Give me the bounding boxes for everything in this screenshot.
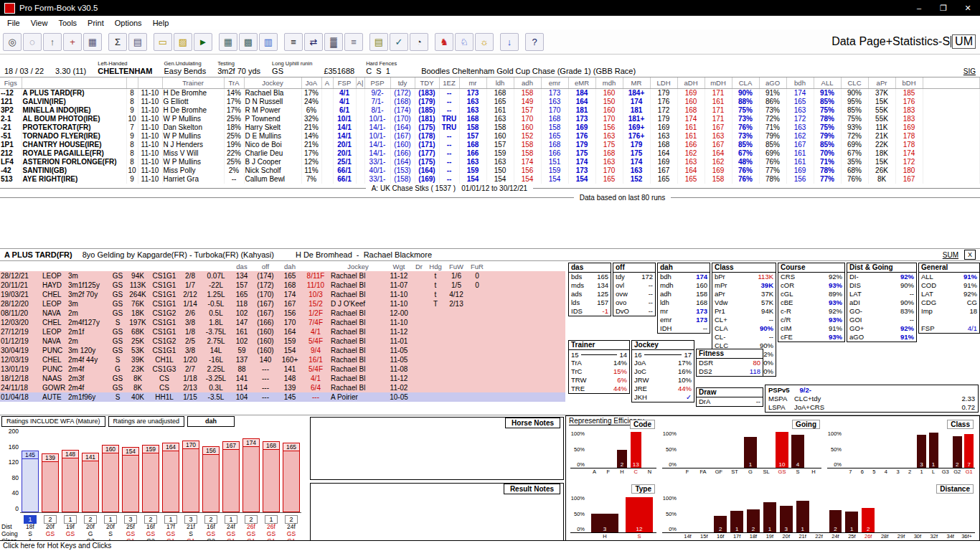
- runner-row[interactable]: 513AYE RIGHT(IRE)911-10Harriet Gra--Call…: [0, 175, 980, 184]
- list-icon[interactable]: ≡: [344, 33, 363, 51]
- help-icon[interactable]: ?: [525, 33, 544, 51]
- form-row[interactable]: 24/11/18GOWR2m4fGS8KCS2/130.3L114---1396…: [0, 383, 565, 392]
- grid-icon[interactable]: ▦: [219, 33, 237, 51]
- scroll-up-icon[interactable]: ↑: [43, 33, 62, 51]
- menu-print[interactable]: Print: [83, 17, 110, 29]
- menu-help[interactable]: Help: [149, 17, 176, 29]
- binoculars-icon[interactable]: ◎: [3, 33, 22, 51]
- sum-page-icon[interactable]: ≡: [284, 33, 303, 51]
- cell: 8: [126, 149, 138, 158]
- form-row[interactable]: 19/03/21CHEL3m2f 70yGS264KCS1G12/121.25L…: [0, 290, 565, 299]
- cell: 170: [541, 106, 568, 115]
- menu-options[interactable]: Options: [110, 17, 149, 29]
- panel-title: das: [569, 263, 611, 273]
- runner-row[interactable]: 1P1CHANTRY HOUSE(IRE)811-10N J Henders19…: [0, 141, 980, 149]
- runner-row[interactable]: 121GALVIN(IRE)811-10G Elliott17%D N Russ…: [0, 98, 980, 106]
- play-icon[interactable]: ►: [194, 33, 212, 51]
- runner-row[interactable]: 212ROYALE PAGAILLE(FR)811-10Miss V Will2…: [0, 149, 980, 158]
- cell: 18K: [868, 149, 895, 158]
- form-row[interactable]: 20/11/21HAYD3m1f125yGS113KCS1G11/7-22L15…: [0, 281, 565, 290]
- sigma-icon[interactable]: Σ: [108, 33, 127, 51]
- close-detail-button[interactable]: X: [964, 250, 976, 260]
- jockey-blue-icon[interactable]: ♘: [455, 33, 473, 51]
- strip-value: S: [181, 530, 201, 537]
- cell: 15K: [868, 158, 895, 166]
- cell: 0: [468, 271, 486, 281]
- sum-link[interactable]: SUM: [943, 251, 958, 259]
- race-attr-value: GS: [272, 67, 312, 75]
- form-row[interactable]: 18/12/18NAAS2m3fGS8KCS1/18-3.25L141---14…: [0, 374, 565, 383]
- lamp-icon[interactable]: ☼: [475, 33, 494, 51]
- timer-icon[interactable]: ◔: [410, 33, 428, 51]
- cell: NAVA: [42, 336, 67, 346]
- form-row[interactable]: 12/03/20CHEL2m4f127yS197KCS1G13/81.8L147…: [0, 318, 565, 327]
- cell: 10/1-: [364, 115, 390, 123]
- open-folder-icon[interactable]: ▨: [174, 33, 192, 51]
- menu-view[interactable]: View: [27, 17, 55, 29]
- cell: 68K: [126, 327, 149, 336]
- cell: 1P1: [0, 141, 22, 149]
- runner-row[interactable]: -51TORNADO FLYER(IRE)911-10W P Mullins25…: [0, 132, 980, 141]
- form-row[interactable]: 08/11/20NAVA2mGS18KCS1G22/60.5L102(167)1…: [0, 309, 565, 318]
- form-row[interactable]: 12/03/19CHEL2m4f 44yS39KCH1L1/20-16L1371…: [0, 355, 565, 364]
- mini-table-icon[interactable]: ▦: [83, 33, 102, 51]
- cell: 170: [595, 115, 623, 123]
- cell: 174: [623, 158, 650, 166]
- cell: Rachael Bla: [244, 89, 301, 98]
- runner-row[interactable]: -42SANTINI(GB)1011-10Miss Polly2%Nick Sc…: [0, 166, 980, 175]
- stat-trw: TRW6%: [569, 376, 629, 385]
- cell: Dan Skelton: [162, 123, 224, 132]
- form-row[interactable]: 28/12/21LEOP3mGS94KCS1G12/80.07L134(174)…: [0, 271, 565, 281]
- chart-icon[interactable]: ▥: [259, 33, 278, 51]
- cell: 8: [126, 141, 138, 149]
- status-bar[interactable]: Click here for Hot Keys and Clicks: [0, 540, 980, 551]
- runner-row[interactable]: LF4ASTERION FORLONGE(FR)811-10W P Mullin…: [0, 158, 980, 166]
- cell: 264K: [126, 290, 149, 299]
- cell: 3/8: [179, 346, 201, 355]
- runner-row[interactable]: --12A PLUS TARD(FR)811-10H De Bromhe14%R…: [0, 89, 980, 98]
- horse-notes-button[interactable]: Horse Notes: [505, 418, 560, 428]
- runner-row[interactable]: 2-1AL BOUM PHOTO(IRE)1011-10W P Mullins2…: [0, 115, 980, 123]
- ratings-button-2[interactable]: dah: [187, 416, 235, 427]
- search-icon[interactable]: ◌: [23, 33, 42, 51]
- notes-icon[interactable]: ▤: [369, 33, 388, 51]
- density-icon[interactable]: ▓: [324, 33, 343, 51]
- strip-value: 26f: [241, 523, 261, 530]
- cell: 8/11F: [301, 271, 330, 281]
- ratings-button-1[interactable]: Ratings are unadjusted: [108, 416, 185, 427]
- grid-alt-icon[interactable]: ▩: [239, 33, 258, 51]
- form-row[interactable]: 27/12/19LEOP2m1fGS68KCS1G11/8-3.75L161(1…: [0, 327, 565, 336]
- cell: 158: [705, 175, 732, 184]
- close-button[interactable]: ✕: [956, 0, 980, 16]
- menu-file[interactable]: File: [3, 17, 27, 29]
- pin-icon[interactable]: +: [63, 33, 82, 51]
- print-setup-icon[interactable]: ▤: [128, 33, 147, 51]
- minimize-button[interactable]: –: [907, 0, 931, 16]
- page-title-suffix[interactable]: UM: [952, 34, 976, 49]
- strip-value: GS: [241, 530, 261, 537]
- form-row[interactable]: 28/12/20LEOP3mGS76KCS1G11/14-0.5L118(167…: [0, 299, 565, 309]
- checklist-icon[interactable]: ✓: [390, 33, 408, 51]
- form-row[interactable]: 01/04/18AUTE2m1f96yS40KHH1L1/15-3.5L104-…: [0, 392, 565, 402]
- ratings-button-0[interactable]: Ratings INCLUDE WFA (Mature): [1, 416, 105, 427]
- sig-link[interactable]: SIG: [963, 67, 976, 75]
- runner-row[interactable]: 3P2MINELLA INDO(IRE)911-10H De Bromhe17%…: [0, 106, 980, 115]
- cell: 156: [786, 175, 814, 184]
- folder-icon[interactable]: ▭: [154, 33, 172, 51]
- download-icon[interactable]: ↓: [500, 33, 519, 51]
- col-header: mDH: [705, 77, 732, 89]
- jockey-red-icon[interactable]: ♞: [435, 33, 453, 51]
- stat-go-: GO-83%: [847, 307, 916, 316]
- result-notes-button[interactable]: Result Notes: [504, 484, 560, 494]
- cell: Rachael Bl: [330, 281, 386, 290]
- form-row[interactable]: 01/12/19NAVA2mGS25KCS1G22/52.75L102(160)…: [0, 336, 565, 346]
- menu-tools[interactable]: Tools: [54, 17, 83, 29]
- bar-25f: 1: [845, 512, 858, 532]
- form-row[interactable]: 13/01/19PUNC2m4fG23KCS1G32/72.25L88---14…: [0, 364, 565, 374]
- maximize-button[interactable]: ❐: [931, 0, 956, 16]
- runner-row[interactable]: -21PROTEKTORAT(FR)711-10Dan Skelton18%Ha…: [0, 123, 980, 132]
- strip-value: 16f: [201, 523, 221, 530]
- form-row[interactable]: 30/04/19PUNC3m 120yGS53KCS1G13/814L59(16…: [0, 346, 565, 355]
- cell: 163: [595, 132, 623, 141]
- swap-icon[interactable]: ⇄: [304, 33, 323, 51]
